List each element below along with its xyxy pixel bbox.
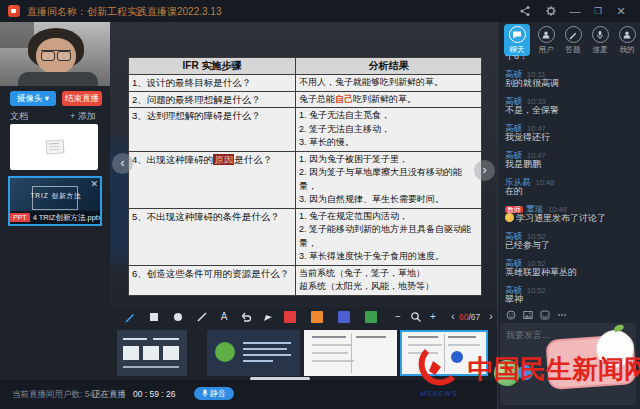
ppt-caption: PPT 4 TRIZ创新方法.pptx (10, 211, 100, 224)
tab-label: 用户 (533, 45, 559, 55)
slide-thumbnail-1[interactable] (117, 330, 187, 376)
presenter-glasses (41, 50, 71, 58)
zoom-out-button[interactable]: − (390, 309, 406, 325)
chat-message: 高硕10:52 已经参与了 (505, 228, 633, 251)
pen-tool-icon[interactable] (122, 309, 138, 325)
slide-thumbnail-2[interactable] (207, 330, 300, 376)
laser-pointer-icon[interactable] (260, 309, 276, 325)
color-swatch-blue[interactable] (338, 311, 350, 323)
maximize-button[interactable]: ❐ (590, 3, 606, 19)
viewer-count: 当前直播间用户数: 54人 (12, 389, 103, 401)
tab-label: 我的 (614, 45, 640, 55)
ppt-filename: 4 TRIZ创新方法.pptx (33, 213, 100, 223)
watermark-logo (413, 347, 469, 391)
table-row: 5、不出现这种障碍的条件是什么？ 1. 兔子在规定范围内活动， 2. 笼子能移动… (129, 208, 481, 265)
close-button[interactable]: ✕ (613, 3, 629, 19)
presenter-shoulders (18, 72, 98, 86)
tab-label: 答题 (560, 45, 586, 55)
webcam-video (0, 22, 110, 86)
prev-slide-arrow[interactable]: ‹ (112, 153, 133, 174)
chat-message: 高硕10:31 别的就很高调 (505, 66, 633, 89)
question-cell: 1、设计的最终目标是什么？ (129, 75, 296, 91)
remove-ppt-icon[interactable]: ✕ (90, 179, 98, 189)
chat-message: 个6！ (505, 55, 633, 62)
line-tool-icon[interactable] (194, 309, 210, 325)
tab-mic[interactable]: 连麦 (587, 26, 613, 55)
watermark-text: 中国民生新闻网 (468, 352, 640, 387)
document-thumbnail[interactable] (10, 124, 98, 170)
chat-message: 高硕10:47 我是鹏鹏 (505, 147, 633, 170)
magnifier-icon[interactable] (408, 309, 424, 325)
ellipse-tool-icon[interactable] (170, 309, 186, 325)
mute-button[interactable]: 静音 (194, 387, 234, 400)
ppt-slide-title: TRIZ 创新方法 (24, 192, 88, 201)
room-title: 直播间名称：创新工程实践直播课2022.3.13 (27, 5, 222, 19)
chat-message: 高硕10:33 不是，全保警 (505, 93, 633, 116)
color-swatch-red[interactable] (284, 311, 296, 323)
tab-quiz[interactable]: 答题 (560, 26, 586, 55)
more-options-icon[interactable] (556, 309, 568, 321)
color-swatch-green[interactable] (365, 311, 377, 323)
ppt-badge: PPT (10, 213, 30, 222)
highlighted-word: 原因 (213, 154, 234, 165)
question-cell: 4、出现这种障碍的原因是什么？ (129, 152, 296, 208)
image-upload-icon[interactable] (522, 309, 534, 321)
ifr-analysis-table: IFR 实施步骤 分析结果 1、设计的最终目标是什么？ 不用人，兔子就能够吃到新… (128, 57, 482, 296)
ppt-file-thumbnail-selected[interactable]: TRIZ 创新方法 ✕ PPT 4 TRIZ创新方法.pptx (8, 176, 102, 226)
table-header-row: IFR 实施步骤 分析结果 (129, 58, 481, 74)
chat-bubble-icon (509, 26, 526, 43)
answer-cell: 不用人，兔子就能够吃到新鲜的草。 (296, 75, 481, 91)
page-total: /67 (468, 312, 480, 322)
live-status-label: 正在直播 (92, 389, 126, 401)
answer-cell: 当前系统（兔子，笼子，草地） 超系统（太阳光，风能，地势等） (296, 266, 481, 295)
tab-me[interactable]: 我的 (614, 26, 640, 55)
end-stream-button[interactable]: 结束直播 (62, 91, 102, 106)
minimize-button[interactable]: — (567, 3, 583, 19)
answer-cell: 兔子总能自己吃到新鲜的草。 (296, 92, 481, 108)
chat-message: 高硕10:47 我觉得还行 (505, 120, 633, 143)
presentation-stage: IFR 实施步骤 分析结果 1、设计的最终目标是什么？ 不用人，兔子就能够吃到新… (110, 22, 497, 307)
question-cell: 5、不出现这种障碍的条件是什么？ (129, 209, 296, 265)
page-counter: 60/67 (459, 312, 480, 322)
slide-thumbnail-3[interactable] (304, 330, 397, 376)
settings-gear-icon[interactable] (543, 3, 559, 19)
chat-message: 高硕10:52 英雄联盟种草丛的 (505, 255, 633, 278)
answer-cell: 1. 因为兔子被困于笼子里， 2. 因为笼子与草地摩擦大且没有移动的能量， 3.… (296, 152, 481, 208)
chat-message: 高硕10:52 翠神 (505, 282, 633, 305)
emoji-picker-icon[interactable] (505, 309, 517, 321)
color-swatch-orange[interactable] (311, 311, 323, 323)
table-header-steps: IFR 实施步骤 (129, 58, 296, 74)
chat-message: 乐从易10:48 在的 (505, 174, 633, 197)
live-classroom-window: 直播间名称：创新工程实践直播课2022.3.13 — ❐ ✕ 摄像头 ▾ 结束直… (0, 0, 640, 409)
rectangle-tool-icon[interactable] (146, 309, 162, 325)
documents-label: 文档 (10, 110, 28, 123)
question-cell: 6、创造这些条件可用的资源是什么？ (129, 266, 296, 295)
sticker-icon[interactable] (539, 309, 551, 321)
profile-icon (619, 26, 636, 43)
document-sketch (46, 139, 65, 154)
next-slide-arrow[interactable]: › (474, 160, 495, 181)
tab-chat[interactable]: 聊天 (504, 24, 530, 56)
emoji-icon (505, 213, 514, 222)
app-logo-icon (8, 5, 20, 17)
question-cell: 2、问题的最终理想解是什么？ (129, 92, 296, 108)
mute-button-label: 静音 (210, 389, 226, 398)
add-document-button[interactable]: + 添加 (70, 110, 96, 123)
microphone-icon (592, 26, 609, 43)
answer-cell: 1. 兔子无法自主觅食， 2. 笼子无法自主移动， 3. 草长的慢。 (296, 108, 481, 151)
highlighted-word: 自己 (335, 94, 353, 104)
users-icon (538, 26, 555, 43)
text-tool-icon[interactable]: A (216, 309, 232, 325)
table-row: 1、设计的最终目标是什么？ 不用人，兔子就能够吃到新鲜的草。 (129, 74, 481, 91)
question-cell: 3、达到理想解的障碍是什么？ (129, 108, 296, 151)
table-row: 4、出现这种障碍的原因是什么？ 1. 因为兔子被困于笼子里， 2. 因为笼子与草… (129, 151, 481, 208)
tab-label: 连麦 (587, 45, 613, 55)
pencil-icon (565, 26, 582, 43)
undo-icon[interactable] (238, 309, 254, 325)
tab-users[interactable]: 用户 (533, 26, 559, 55)
table-row: 2、问题的最终理想解是什么？ 兔子总能自己吃到新鲜的草。 (129, 91, 481, 108)
chat-message-teacher: 教师覃瑞10:48 学习通里发布了讨论了 (505, 201, 633, 224)
camera-select-button[interactable]: 摄像头 ▾ (10, 91, 56, 106)
zoom-in-button[interactable]: + (425, 309, 441, 325)
share-icon[interactable] (517, 3, 533, 19)
